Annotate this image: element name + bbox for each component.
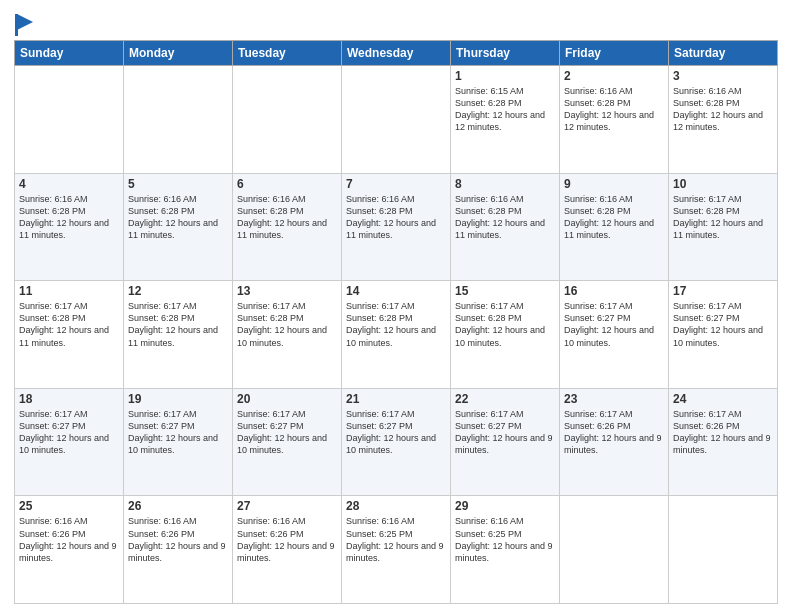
calendar-cell: 6Sunrise: 6:16 AM Sunset: 6:28 PM Daylig… bbox=[233, 173, 342, 281]
calendar-cell: 15Sunrise: 6:17 AM Sunset: 6:28 PM Dayli… bbox=[451, 281, 560, 389]
day-number: 12 bbox=[128, 284, 228, 298]
calendar-cell: 16Sunrise: 6:17 AM Sunset: 6:27 PM Dayli… bbox=[560, 281, 669, 389]
day-number: 13 bbox=[237, 284, 337, 298]
calendar-week-5: 25Sunrise: 6:16 AM Sunset: 6:26 PM Dayli… bbox=[15, 496, 778, 604]
calendar-cell bbox=[124, 66, 233, 174]
day-number: 4 bbox=[19, 177, 119, 191]
day-number: 11 bbox=[19, 284, 119, 298]
day-number: 24 bbox=[673, 392, 773, 406]
day-number: 22 bbox=[455, 392, 555, 406]
day-number: 27 bbox=[237, 499, 337, 513]
day-info: Sunrise: 6:16 AM Sunset: 6:25 PM Dayligh… bbox=[346, 515, 446, 564]
day-number: 16 bbox=[564, 284, 664, 298]
calendar-cell: 18Sunrise: 6:17 AM Sunset: 6:27 PM Dayli… bbox=[15, 388, 124, 496]
calendar-cell bbox=[342, 66, 451, 174]
day-info: Sunrise: 6:15 AM Sunset: 6:28 PM Dayligh… bbox=[455, 85, 555, 134]
day-header-sunday: Sunday bbox=[15, 41, 124, 66]
day-header-tuesday: Tuesday bbox=[233, 41, 342, 66]
top-section bbox=[14, 10, 778, 36]
day-number: 20 bbox=[237, 392, 337, 406]
day-number: 23 bbox=[564, 392, 664, 406]
day-number: 17 bbox=[673, 284, 773, 298]
calendar-cell: 17Sunrise: 6:17 AM Sunset: 6:27 PM Dayli… bbox=[669, 281, 778, 389]
day-info: Sunrise: 6:16 AM Sunset: 6:25 PM Dayligh… bbox=[455, 515, 555, 564]
day-info: Sunrise: 6:17 AM Sunset: 6:28 PM Dayligh… bbox=[455, 300, 555, 349]
day-number: 6 bbox=[237, 177, 337, 191]
calendar-cell: 10Sunrise: 6:17 AM Sunset: 6:28 PM Dayli… bbox=[669, 173, 778, 281]
calendar-cell: 29Sunrise: 6:16 AM Sunset: 6:25 PM Dayli… bbox=[451, 496, 560, 604]
calendar-cell bbox=[669, 496, 778, 604]
calendar-cell: 14Sunrise: 6:17 AM Sunset: 6:28 PM Dayli… bbox=[342, 281, 451, 389]
day-info: Sunrise: 6:17 AM Sunset: 6:28 PM Dayligh… bbox=[128, 300, 228, 349]
svg-marker-0 bbox=[17, 14, 33, 30]
day-info: Sunrise: 6:16 AM Sunset: 6:28 PM Dayligh… bbox=[128, 193, 228, 242]
day-info: Sunrise: 6:16 AM Sunset: 6:28 PM Dayligh… bbox=[564, 193, 664, 242]
day-number: 21 bbox=[346, 392, 446, 406]
calendar-cell: 19Sunrise: 6:17 AM Sunset: 6:27 PM Dayli… bbox=[124, 388, 233, 496]
calendar-cell: 22Sunrise: 6:17 AM Sunset: 6:27 PM Dayli… bbox=[451, 388, 560, 496]
calendar-cell bbox=[233, 66, 342, 174]
page: SundayMondayTuesdayWednesdayThursdayFrid… bbox=[0, 0, 792, 612]
day-number: 5 bbox=[128, 177, 228, 191]
calendar-cell: 4Sunrise: 6:16 AM Sunset: 6:28 PM Daylig… bbox=[15, 173, 124, 281]
calendar-cell: 5Sunrise: 6:16 AM Sunset: 6:28 PM Daylig… bbox=[124, 173, 233, 281]
day-info: Sunrise: 6:17 AM Sunset: 6:28 PM Dayligh… bbox=[346, 300, 446, 349]
day-info: Sunrise: 6:17 AM Sunset: 6:27 PM Dayligh… bbox=[564, 300, 664, 349]
day-number: 10 bbox=[673, 177, 773, 191]
calendar-cell: 27Sunrise: 6:16 AM Sunset: 6:26 PM Dayli… bbox=[233, 496, 342, 604]
day-info: Sunrise: 6:17 AM Sunset: 6:28 PM Dayligh… bbox=[237, 300, 337, 349]
day-info: Sunrise: 6:16 AM Sunset: 6:28 PM Dayligh… bbox=[455, 193, 555, 242]
day-number: 3 bbox=[673, 69, 773, 83]
day-number: 29 bbox=[455, 499, 555, 513]
logo bbox=[14, 14, 33, 36]
day-info: Sunrise: 6:16 AM Sunset: 6:28 PM Dayligh… bbox=[346, 193, 446, 242]
calendar-cell: 24Sunrise: 6:17 AM Sunset: 6:26 PM Dayli… bbox=[669, 388, 778, 496]
day-info: Sunrise: 6:16 AM Sunset: 6:26 PM Dayligh… bbox=[128, 515, 228, 564]
day-info: Sunrise: 6:17 AM Sunset: 6:27 PM Dayligh… bbox=[237, 408, 337, 457]
day-info: Sunrise: 6:16 AM Sunset: 6:28 PM Dayligh… bbox=[19, 193, 119, 242]
day-number: 15 bbox=[455, 284, 555, 298]
calendar-cell: 7Sunrise: 6:16 AM Sunset: 6:28 PM Daylig… bbox=[342, 173, 451, 281]
calendar-cell: 9Sunrise: 6:16 AM Sunset: 6:28 PM Daylig… bbox=[560, 173, 669, 281]
day-header-friday: Friday bbox=[560, 41, 669, 66]
calendar-cell: 25Sunrise: 6:16 AM Sunset: 6:26 PM Dayli… bbox=[15, 496, 124, 604]
day-info: Sunrise: 6:17 AM Sunset: 6:28 PM Dayligh… bbox=[673, 193, 773, 242]
calendar-cell: 26Sunrise: 6:16 AM Sunset: 6:26 PM Dayli… bbox=[124, 496, 233, 604]
calendar-cell: 3Sunrise: 6:16 AM Sunset: 6:28 PM Daylig… bbox=[669, 66, 778, 174]
calendar-cell: 12Sunrise: 6:17 AM Sunset: 6:28 PM Dayli… bbox=[124, 281, 233, 389]
svg-rect-1 bbox=[15, 14, 18, 36]
calendar-week-4: 18Sunrise: 6:17 AM Sunset: 6:27 PM Dayli… bbox=[15, 388, 778, 496]
day-number: 25 bbox=[19, 499, 119, 513]
calendar-cell: 23Sunrise: 6:17 AM Sunset: 6:26 PM Dayli… bbox=[560, 388, 669, 496]
day-number: 9 bbox=[564, 177, 664, 191]
calendar-cell: 2Sunrise: 6:16 AM Sunset: 6:28 PM Daylig… bbox=[560, 66, 669, 174]
day-info: Sunrise: 6:16 AM Sunset: 6:28 PM Dayligh… bbox=[673, 85, 773, 134]
calendar-cell: 13Sunrise: 6:17 AM Sunset: 6:28 PM Dayli… bbox=[233, 281, 342, 389]
day-header-monday: Monday bbox=[124, 41, 233, 66]
calendar-week-2: 4Sunrise: 6:16 AM Sunset: 6:28 PM Daylig… bbox=[15, 173, 778, 281]
calendar-cell: 1Sunrise: 6:15 AM Sunset: 6:28 PM Daylig… bbox=[451, 66, 560, 174]
calendar-week-3: 11Sunrise: 6:17 AM Sunset: 6:28 PM Dayli… bbox=[15, 281, 778, 389]
calendar-header-row: SundayMondayTuesdayWednesdayThursdayFrid… bbox=[15, 41, 778, 66]
day-number: 18 bbox=[19, 392, 119, 406]
calendar-body: 1Sunrise: 6:15 AM Sunset: 6:28 PM Daylig… bbox=[15, 66, 778, 604]
day-number: 19 bbox=[128, 392, 228, 406]
calendar-table: SundayMondayTuesdayWednesdayThursdayFrid… bbox=[14, 40, 778, 604]
calendar-cell bbox=[560, 496, 669, 604]
day-number: 7 bbox=[346, 177, 446, 191]
day-info: Sunrise: 6:17 AM Sunset: 6:27 PM Dayligh… bbox=[128, 408, 228, 457]
day-number: 2 bbox=[564, 69, 664, 83]
logo-icon bbox=[15, 14, 33, 36]
calendar-cell: 20Sunrise: 6:17 AM Sunset: 6:27 PM Dayli… bbox=[233, 388, 342, 496]
day-info: Sunrise: 6:16 AM Sunset: 6:28 PM Dayligh… bbox=[564, 85, 664, 134]
day-info: Sunrise: 6:17 AM Sunset: 6:26 PM Dayligh… bbox=[673, 408, 773, 457]
day-header-thursday: Thursday bbox=[451, 41, 560, 66]
day-number: 28 bbox=[346, 499, 446, 513]
day-info: Sunrise: 6:17 AM Sunset: 6:28 PM Dayligh… bbox=[19, 300, 119, 349]
day-info: Sunrise: 6:17 AM Sunset: 6:27 PM Dayligh… bbox=[455, 408, 555, 457]
calendar-cell: 21Sunrise: 6:17 AM Sunset: 6:27 PM Dayli… bbox=[342, 388, 451, 496]
day-number: 1 bbox=[455, 69, 555, 83]
day-info: Sunrise: 6:16 AM Sunset: 6:28 PM Dayligh… bbox=[237, 193, 337, 242]
calendar-cell: 8Sunrise: 6:16 AM Sunset: 6:28 PM Daylig… bbox=[451, 173, 560, 281]
day-header-saturday: Saturday bbox=[669, 41, 778, 66]
